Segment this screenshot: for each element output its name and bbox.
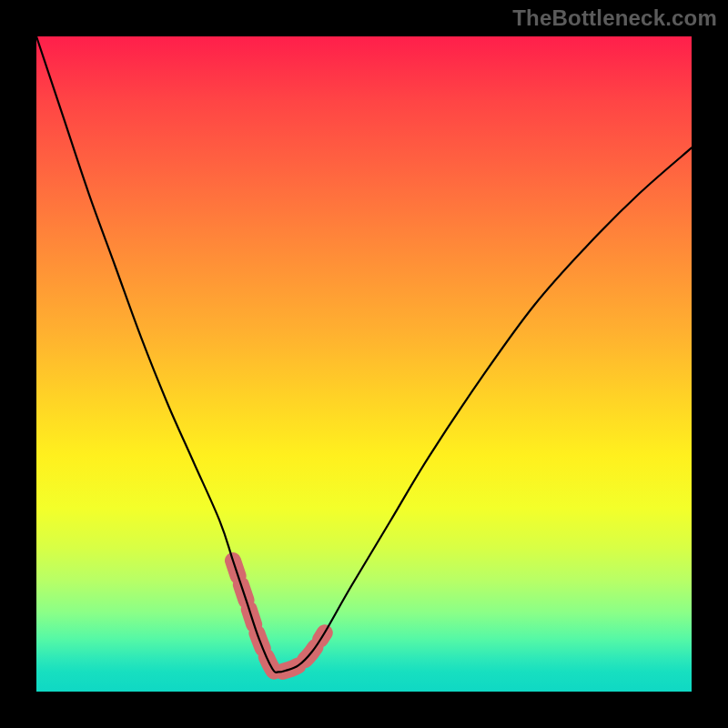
plot-area <box>36 36 692 692</box>
watermark-text: TheBottleneck.com <box>512 5 717 31</box>
plot-svg <box>36 36 692 692</box>
chart-frame: TheBottleneck.com <box>0 0 728 728</box>
bottleneck-curve <box>36 36 692 672</box>
optimal-zone-highlight <box>233 561 325 672</box>
